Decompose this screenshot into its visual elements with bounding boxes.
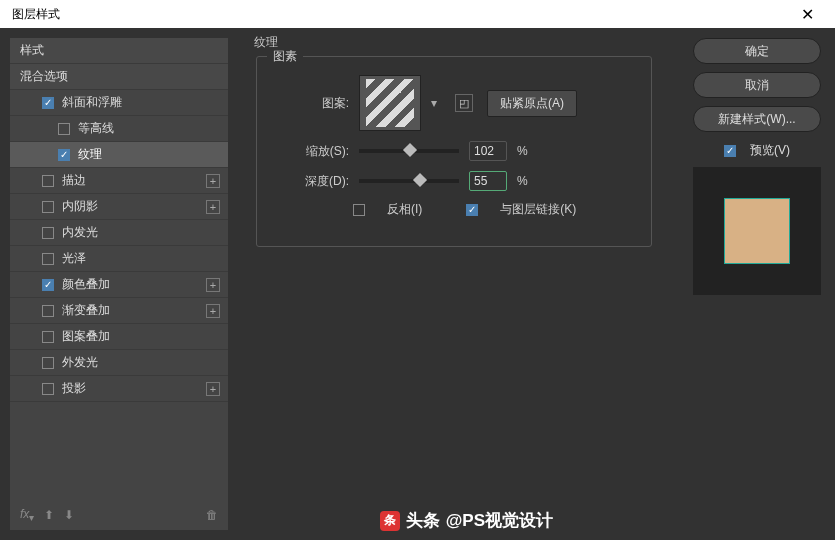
preview-checkbox[interactable]: ✓: [724, 145, 736, 157]
sidebar-item-texture[interactable]: ✓纹理: [10, 142, 228, 168]
arrow-up-icon[interactable]: ⬆: [44, 508, 54, 522]
checkbox-icon[interactable]: [42, 253, 54, 265]
pct-label: %: [517, 174, 528, 188]
new-style-button[interactable]: 新建样式(W)...: [693, 106, 821, 132]
fx-icon[interactable]: fx▾: [20, 507, 34, 523]
trash-icon[interactable]: 🗑: [206, 508, 218, 522]
pct-label: %: [517, 144, 528, 158]
cancel-button[interactable]: 取消: [693, 72, 821, 98]
checkbox-icon[interactable]: [42, 201, 54, 213]
checkbox-icon[interactable]: [58, 123, 70, 135]
pattern-swatch[interactable]: [359, 75, 421, 131]
close-icon[interactable]: ✕: [787, 5, 827, 24]
dialog-title: 图层样式: [12, 6, 60, 23]
plus-icon[interactable]: +: [206, 174, 220, 188]
checkbox-icon[interactable]: ✓: [42, 97, 54, 109]
action-column: 确定 取消 新建样式(W)... ✓预览(V): [693, 38, 821, 530]
pattern-fieldset: 图素 图案: ▾ ◰ 贴紧原点(A) 缩放(S): % 深度(D):: [256, 56, 652, 247]
checkbox-icon[interactable]: [42, 357, 54, 369]
checkbox-icon[interactable]: [42, 305, 54, 317]
fieldset-label: 图素: [267, 48, 303, 65]
sidebar-footer: fx▾ ⬆ ⬇ 🗑: [10, 500, 228, 530]
sidebar-item-outer-glow[interactable]: 外发光: [10, 350, 228, 376]
preview-box: [693, 167, 821, 295]
arrow-down-icon[interactable]: ⬇: [64, 508, 74, 522]
invert-checkbox[interactable]: [353, 204, 365, 216]
pattern-preview-icon: [366, 79, 414, 127]
depth-input[interactable]: [469, 171, 507, 191]
plus-icon[interactable]: +: [206, 304, 220, 318]
styles-sidebar: 样式 混合选项 ✓斜面和浮雕 等高线 ✓纹理 描边+ 内阴影+ 内发光 光泽 ✓…: [10, 38, 228, 530]
sidebar-item-color-overlay[interactable]: ✓颜色叠加+: [10, 272, 228, 298]
sidebar-item-satin[interactable]: 光泽: [10, 246, 228, 272]
watermark-text: @PS视觉设计: [446, 509, 553, 532]
checkbox-icon[interactable]: [42, 383, 54, 395]
sidebar-item-drop-shadow[interactable]: 投影+: [10, 376, 228, 402]
link-label: 与图层链接(K): [500, 201, 576, 218]
scale-input[interactable]: [469, 141, 507, 161]
link-checkbox[interactable]: ✓: [466, 204, 478, 216]
sidebar-item-inner-shadow[interactable]: 内阴影+: [10, 194, 228, 220]
preview-swatch: [724, 198, 790, 264]
watermark: 条 头条 @PS视觉设计: [380, 509, 553, 532]
watermark-prefix: 头条: [406, 509, 440, 532]
preview-label: 预览(V): [750, 142, 790, 159]
checkbox-icon[interactable]: [42, 331, 54, 343]
sidebar-item-bevel[interactable]: ✓斜面和浮雕: [10, 90, 228, 116]
settings-panel: 纹理 图素 图案: ▾ ◰ 贴紧原点(A) 缩放(S): % 深度(D):: [240, 38, 681, 530]
sidebar-item-stroke[interactable]: 描边+: [10, 168, 228, 194]
sidebar-item-pattern-overlay[interactable]: 图案叠加: [10, 324, 228, 350]
depth-label: 深度(D):: [293, 173, 349, 190]
depth-slider[interactable]: [359, 179, 459, 183]
scale-label: 缩放(S):: [293, 143, 349, 160]
plus-icon[interactable]: +: [206, 382, 220, 396]
sidebar-item-gradient-overlay[interactable]: 渐变叠加+: [10, 298, 228, 324]
ok-button[interactable]: 确定: [693, 38, 821, 64]
plus-icon[interactable]: +: [206, 278, 220, 292]
plus-icon[interactable]: +: [206, 200, 220, 214]
watermark-badge-icon: 条: [380, 511, 400, 531]
titlebar: 图层样式 ✕: [0, 0, 835, 28]
checkbox-icon[interactable]: ✓: [42, 279, 54, 291]
snap-origin-button[interactable]: 贴紧原点(A): [487, 90, 577, 117]
pattern-label: 图案:: [293, 95, 349, 112]
checkbox-icon[interactable]: [42, 227, 54, 239]
invert-label: 反相(I): [387, 201, 422, 218]
new-preset-icon[interactable]: ◰: [455, 94, 473, 112]
checkbox-icon[interactable]: ✓: [58, 149, 70, 161]
sidebar-item-contour[interactable]: 等高线: [10, 116, 228, 142]
scale-slider[interactable]: [359, 149, 459, 153]
sidebar-item-inner-glow[interactable]: 内发光: [10, 220, 228, 246]
sidebar-header-styles[interactable]: 样式: [10, 38, 228, 64]
sidebar-header-blend[interactable]: 混合选项: [10, 64, 228, 90]
chevron-down-icon[interactable]: ▾: [431, 96, 441, 110]
checkbox-icon[interactable]: [42, 175, 54, 187]
